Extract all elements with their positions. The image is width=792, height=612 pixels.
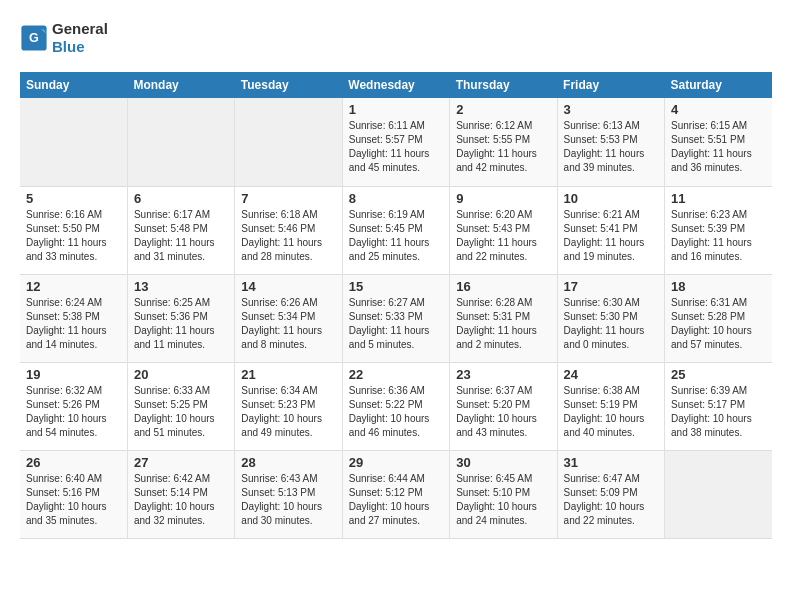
day-info: Sunrise: 6:34 AMSunset: 5:23 PMDaylight:… [241,384,335,440]
day-cell: 22Sunrise: 6:36 AMSunset: 5:22 PMDayligh… [342,362,449,450]
day-number: 23 [456,367,550,382]
day-cell: 9Sunrise: 6:20 AMSunset: 5:43 PMDaylight… [450,186,557,274]
day-cell: 17Sunrise: 6:30 AMSunset: 5:30 PMDayligh… [557,274,664,362]
day-cell: 24Sunrise: 6:38 AMSunset: 5:19 PMDayligh… [557,362,664,450]
logo-icon: G [20,24,48,52]
day-cell: 8Sunrise: 6:19 AMSunset: 5:45 PMDaylight… [342,186,449,274]
day-number: 10 [564,191,658,206]
day-info: Sunrise: 6:23 AMSunset: 5:39 PMDaylight:… [671,208,766,264]
col-header-saturday: Saturday [665,72,772,98]
week-row: 19Sunrise: 6:32 AMSunset: 5:26 PMDayligh… [20,362,772,450]
day-number: 15 [349,279,443,294]
day-number: 28 [241,455,335,470]
day-cell: 5Sunrise: 6:16 AMSunset: 5:50 PMDaylight… [20,186,127,274]
day-info: Sunrise: 6:16 AMSunset: 5:50 PMDaylight:… [26,208,121,264]
day-number: 3 [564,102,658,117]
day-info: Sunrise: 6:20 AMSunset: 5:43 PMDaylight:… [456,208,550,264]
day-cell: 25Sunrise: 6:39 AMSunset: 5:17 PMDayligh… [665,362,772,450]
logo: G General Blue [20,20,108,56]
day-cell: 23Sunrise: 6:37 AMSunset: 5:20 PMDayligh… [450,362,557,450]
day-cell: 21Sunrise: 6:34 AMSunset: 5:23 PMDayligh… [235,362,342,450]
day-cell: 19Sunrise: 6:32 AMSunset: 5:26 PMDayligh… [20,362,127,450]
week-row: 5Sunrise: 6:16 AMSunset: 5:50 PMDaylight… [20,186,772,274]
day-cell [20,98,127,186]
col-header-tuesday: Tuesday [235,72,342,98]
day-cell: 2Sunrise: 6:12 AMSunset: 5:55 PMDaylight… [450,98,557,186]
day-number: 13 [134,279,228,294]
day-number: 17 [564,279,658,294]
day-info: Sunrise: 6:37 AMSunset: 5:20 PMDaylight:… [456,384,550,440]
day-number: 24 [564,367,658,382]
day-info: Sunrise: 6:25 AMSunset: 5:36 PMDaylight:… [134,296,228,352]
day-info: Sunrise: 6:30 AMSunset: 5:30 PMDaylight:… [564,296,658,352]
day-info: Sunrise: 6:24 AMSunset: 5:38 PMDaylight:… [26,296,121,352]
day-cell: 29Sunrise: 6:44 AMSunset: 5:12 PMDayligh… [342,450,449,538]
day-info: Sunrise: 6:27 AMSunset: 5:33 PMDaylight:… [349,296,443,352]
day-cell: 3Sunrise: 6:13 AMSunset: 5:53 PMDaylight… [557,98,664,186]
day-cell: 10Sunrise: 6:21 AMSunset: 5:41 PMDayligh… [557,186,664,274]
day-info: Sunrise: 6:39 AMSunset: 5:17 PMDaylight:… [671,384,766,440]
day-number: 29 [349,455,443,470]
day-info: Sunrise: 6:11 AMSunset: 5:57 PMDaylight:… [349,119,443,175]
day-info: Sunrise: 6:45 AMSunset: 5:10 PMDaylight:… [456,472,550,528]
day-cell: 12Sunrise: 6:24 AMSunset: 5:38 PMDayligh… [20,274,127,362]
day-number: 14 [241,279,335,294]
day-info: Sunrise: 6:18 AMSunset: 5:46 PMDaylight:… [241,208,335,264]
day-info: Sunrise: 6:32 AMSunset: 5:26 PMDaylight:… [26,384,121,440]
calendar-table: SundayMondayTuesdayWednesdayThursdayFrid… [20,72,772,539]
col-header-monday: Monday [127,72,234,98]
day-cell [127,98,234,186]
day-info: Sunrise: 6:15 AMSunset: 5:51 PMDaylight:… [671,119,766,175]
day-cell: 15Sunrise: 6:27 AMSunset: 5:33 PMDayligh… [342,274,449,362]
day-info: Sunrise: 6:43 AMSunset: 5:13 PMDaylight:… [241,472,335,528]
day-number: 27 [134,455,228,470]
day-cell: 30Sunrise: 6:45 AMSunset: 5:10 PMDayligh… [450,450,557,538]
day-cell: 28Sunrise: 6:43 AMSunset: 5:13 PMDayligh… [235,450,342,538]
header-row: SundayMondayTuesdayWednesdayThursdayFrid… [20,72,772,98]
day-info: Sunrise: 6:17 AMSunset: 5:48 PMDaylight:… [134,208,228,264]
day-number: 2 [456,102,550,117]
day-cell: 27Sunrise: 6:42 AMSunset: 5:14 PMDayligh… [127,450,234,538]
day-number: 20 [134,367,228,382]
day-info: Sunrise: 6:33 AMSunset: 5:25 PMDaylight:… [134,384,228,440]
day-info: Sunrise: 6:42 AMSunset: 5:14 PMDaylight:… [134,472,228,528]
svg-text:G: G [29,31,39,45]
day-number: 7 [241,191,335,206]
day-cell: 6Sunrise: 6:17 AMSunset: 5:48 PMDaylight… [127,186,234,274]
day-info: Sunrise: 6:13 AMSunset: 5:53 PMDaylight:… [564,119,658,175]
day-info: Sunrise: 6:36 AMSunset: 5:22 PMDaylight:… [349,384,443,440]
day-number: 11 [671,191,766,206]
day-cell: 31Sunrise: 6:47 AMSunset: 5:09 PMDayligh… [557,450,664,538]
day-info: Sunrise: 6:47 AMSunset: 5:09 PMDaylight:… [564,472,658,528]
day-info: Sunrise: 6:28 AMSunset: 5:31 PMDaylight:… [456,296,550,352]
day-cell: 13Sunrise: 6:25 AMSunset: 5:36 PMDayligh… [127,274,234,362]
day-number: 26 [26,455,121,470]
week-row: 1Sunrise: 6:11 AMSunset: 5:57 PMDaylight… [20,98,772,186]
day-cell: 14Sunrise: 6:26 AMSunset: 5:34 PMDayligh… [235,274,342,362]
day-info: Sunrise: 6:44 AMSunset: 5:12 PMDaylight:… [349,472,443,528]
day-cell [665,450,772,538]
day-number: 6 [134,191,228,206]
day-cell: 11Sunrise: 6:23 AMSunset: 5:39 PMDayligh… [665,186,772,274]
day-cell: 18Sunrise: 6:31 AMSunset: 5:28 PMDayligh… [665,274,772,362]
col-header-sunday: Sunday [20,72,127,98]
page-header: G General Blue [20,20,772,56]
day-number: 25 [671,367,766,382]
col-header-wednesday: Wednesday [342,72,449,98]
day-number: 21 [241,367,335,382]
day-cell: 1Sunrise: 6:11 AMSunset: 5:57 PMDaylight… [342,98,449,186]
day-number: 22 [349,367,443,382]
day-cell: 7Sunrise: 6:18 AMSunset: 5:46 PMDaylight… [235,186,342,274]
day-cell: 16Sunrise: 6:28 AMSunset: 5:31 PMDayligh… [450,274,557,362]
day-info: Sunrise: 6:38 AMSunset: 5:19 PMDaylight:… [564,384,658,440]
col-header-friday: Friday [557,72,664,98]
day-number: 31 [564,455,658,470]
week-row: 12Sunrise: 6:24 AMSunset: 5:38 PMDayligh… [20,274,772,362]
day-number: 8 [349,191,443,206]
day-info: Sunrise: 6:40 AMSunset: 5:16 PMDaylight:… [26,472,121,528]
day-number: 16 [456,279,550,294]
day-info: Sunrise: 6:21 AMSunset: 5:41 PMDaylight:… [564,208,658,264]
day-info: Sunrise: 6:12 AMSunset: 5:55 PMDaylight:… [456,119,550,175]
day-number: 1 [349,102,443,117]
day-info: Sunrise: 6:26 AMSunset: 5:34 PMDaylight:… [241,296,335,352]
